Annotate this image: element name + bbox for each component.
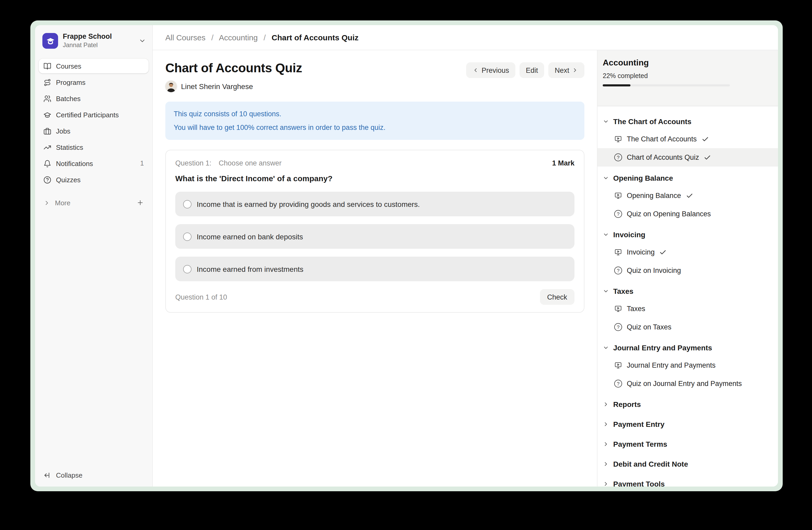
chevron-right-icon xyxy=(603,441,609,447)
help-circle-icon xyxy=(43,176,51,184)
chevron-down-icon xyxy=(603,231,609,237)
chevron-left-icon xyxy=(473,67,479,73)
sidebar-item-quizzes[interactable]: Quizzes xyxy=(39,172,149,187)
lesson-quiz-on-taxes[interactable]: ? Quiz on Taxes xyxy=(597,318,778,336)
chapter-opening-balance[interactable]: Opening Balance xyxy=(597,169,778,186)
chevron-right-icon xyxy=(43,199,50,206)
chevron-down-icon xyxy=(139,37,146,44)
chapter-invoicing[interactable]: Invoicing xyxy=(597,226,778,243)
sidebar-item-notifications[interactable]: Notifications 1 xyxy=(39,156,149,171)
chevron-down-icon xyxy=(603,118,609,124)
question-pagination: Question 1 of 10 xyxy=(175,293,227,301)
answer-option-1[interactable]: Income that is earned by providing goods… xyxy=(175,192,575,217)
quiz-instruction-line-1: This quiz consists of 10 questions. xyxy=(174,107,576,121)
breadcrumb-current: Chart of Accounts Quiz xyxy=(272,33,358,42)
video-lesson-icon xyxy=(614,248,622,256)
course-outline: The Chart of Accounts The Chart of Accou… xyxy=(597,106,778,487)
chevron-right-icon xyxy=(603,401,609,407)
workspace-user: Jannat Patel xyxy=(63,41,134,50)
edit-button[interactable]: Edit xyxy=(520,62,545,78)
sidebar-item-courses[interactable]: Courses xyxy=(39,59,149,73)
chapter-journal-entry-and-payments[interactable]: Journal Entry and Payments xyxy=(597,339,778,356)
completed-check-icon xyxy=(704,154,711,161)
sidebar-collapse-button[interactable]: Collapse xyxy=(35,463,152,487)
radio-icon[interactable] xyxy=(183,233,191,241)
chapter-debit-and-credit-note[interactable]: Debit and Credit Note xyxy=(597,455,778,472)
chevron-right-icon xyxy=(603,461,609,467)
radio-icon[interactable] xyxy=(183,200,191,208)
briefcase-icon xyxy=(43,127,51,135)
completed-check-icon xyxy=(701,135,709,143)
breadcrumb-all-courses[interactable]: All Courses xyxy=(165,33,205,42)
bell-icon xyxy=(43,160,51,168)
breadcrumb-bar: All Courses / Accounting / Chart of Acco… xyxy=(153,25,778,50)
video-lesson-icon xyxy=(614,135,622,143)
users-icon xyxy=(43,95,51,103)
radio-icon[interactable] xyxy=(183,265,191,274)
sidebar-item-more[interactable]: More xyxy=(39,196,149,210)
quiz-instruction-line-2: You will have to get 100% correct answer… xyxy=(174,121,576,134)
workspace-switcher[interactable]: Frappe School Jannat Patel xyxy=(35,25,152,55)
route-icon xyxy=(43,79,51,86)
sidebar-item-jobs[interactable]: Jobs xyxy=(39,124,149,139)
graduation-cap-icon xyxy=(43,111,51,119)
desktop: Frappe School Jannat Patel Courses Progr… xyxy=(0,0,812,530)
lesson-quiz-on-journal-entry-and-payments[interactable]: ? Quiz on Journal Entry and Payments xyxy=(597,375,778,393)
author-row: Linet Sherin Varghese xyxy=(165,81,302,92)
quiz-page: Chart of Accounts Quiz xyxy=(153,50,597,487)
breadcrumb-accounting[interactable]: Accounting xyxy=(219,33,258,42)
book-open-icon xyxy=(43,62,51,70)
sidebar-item-programs[interactable]: Programs xyxy=(39,75,149,90)
quiz-toolbar: Previous Edit Next xyxy=(466,62,584,78)
video-lesson-icon xyxy=(614,361,622,369)
course-title: Accounting xyxy=(603,58,773,68)
sidebar-item-statistics[interactable]: Statistics xyxy=(39,140,149,155)
lesson-quiz-on-opening-balances[interactable]: ? Quiz on Opening Balances xyxy=(597,205,778,223)
chapter-payment-tools[interactable]: Payment Tools xyxy=(597,475,778,487)
check-button[interactable]: Check xyxy=(540,289,575,305)
chapter-taxes[interactable]: Taxes xyxy=(597,282,778,299)
quiz-lesson-icon: ? xyxy=(614,323,622,331)
quiz-instructions-banner: This quiz consists of 10 questions. You … xyxy=(165,102,584,140)
frappe-school-logo xyxy=(42,33,58,49)
chevron-down-icon xyxy=(603,175,609,181)
next-button[interactable]: Next xyxy=(548,62,584,78)
progress-fill xyxy=(603,84,631,86)
chevron-right-icon xyxy=(603,480,609,487)
answer-option-2[interactable]: Income earned on bank deposits xyxy=(175,224,575,249)
chapter-the-chart-of-accounts[interactable]: The Chart of Accounts xyxy=(597,113,778,130)
lesson-quiz-on-invoicing[interactable]: ? Quiz on Invoicing xyxy=(597,261,778,280)
lesson-journal-entry-and-payments[interactable]: Journal Entry and Payments xyxy=(597,356,778,375)
chevron-right-icon xyxy=(572,67,578,73)
app-window: Frappe School Jannat Patel Courses Progr… xyxy=(30,20,783,491)
lesson-chart-of-accounts-quiz[interactable]: ? Chart of Accounts Quiz xyxy=(597,148,778,167)
chapter-payment-terms[interactable]: Payment Terms xyxy=(597,435,778,452)
lesson-opening-balance[interactable]: Opening Balance xyxy=(597,186,778,205)
answer-option-3[interactable]: Income earned from investments xyxy=(175,257,575,281)
chevron-down-icon xyxy=(603,344,609,351)
chapter-payment-entry[interactable]: Payment Entry xyxy=(597,415,778,433)
answer-options: Income that is earned by providing goods… xyxy=(175,192,575,281)
quiz-lesson-icon: ? xyxy=(614,380,622,388)
sidebar-item-batches[interactable]: Batches xyxy=(39,92,149,106)
course-progress-header: Accounting 22% completed xyxy=(597,50,778,106)
previous-button[interactable]: Previous xyxy=(466,62,516,78)
lesson-the-chart-of-accounts[interactable]: The Chart of Accounts xyxy=(597,130,778,148)
video-lesson-icon xyxy=(614,305,622,313)
plus-icon[interactable] xyxy=(136,199,144,207)
quiz-lesson-icon: ? xyxy=(614,210,622,218)
question-marks: 1 Mark xyxy=(552,159,575,167)
quiz-lesson-icon: ? xyxy=(614,267,622,275)
course-progress-bar xyxy=(603,84,730,86)
course-outline-panel: Accounting 22% completed The Chart of Ac… xyxy=(597,50,778,487)
question-text: What is the 'Direct Income' of a company… xyxy=(175,174,575,183)
frappe-school-app: Frappe School Jannat Patel Courses Progr… xyxy=(35,25,778,487)
completed-check-icon xyxy=(686,192,693,199)
lesson-taxes[interactable]: Taxes xyxy=(597,299,778,318)
chapter-reports[interactable]: Reports xyxy=(597,395,778,413)
question-number-label: Question 1: xyxy=(175,159,212,167)
lesson-invoicing[interactable]: Invoicing xyxy=(597,243,778,261)
breadcrumb: All Courses / Accounting / Chart of Acco… xyxy=(165,33,359,42)
sidebar-item-certified-participants[interactable]: Certified Participants xyxy=(39,108,149,122)
trending-up-icon xyxy=(43,143,51,151)
